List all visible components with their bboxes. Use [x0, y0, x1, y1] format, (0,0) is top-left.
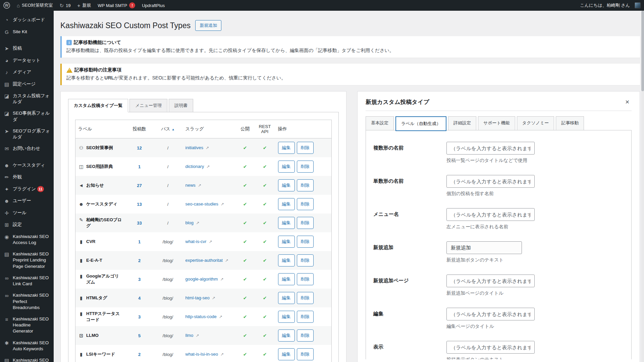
sidebar-item-kashiwazaki-seo-xml-vitalcheck[interactable]: ▤Kashiwazaki SEO XML VitalCheck — [0, 355, 54, 362]
sidebar-item-お問い合わせ[interactable]: ✉お問い合わせ — [0, 143, 54, 155]
sidebar-item-設定[interactable]: ⊞設定 — [0, 219, 54, 231]
sidebar-item-seo事例系フォルダ[interactable]: ◪SEO事例系フォルダ — [0, 108, 54, 125]
sidebar-item-固定ページ[interactable]: ▤固定ページ — [0, 78, 54, 90]
sidebar-item-メディア[interactable]: ♪メディア — [0, 66, 54, 78]
list-tab-2[interactable]: 説明書 — [169, 99, 193, 112]
edit-button[interactable]: 編集 — [278, 161, 295, 173]
post-count-link[interactable]: 27 — [137, 183, 142, 188]
wordpress-menu[interactable]: W — [0, 0, 13, 11]
sidebar-item-ツール[interactable]: ✛ツール — [0, 207, 54, 219]
col-header-public[interactable]: 公開 — [236, 120, 255, 138]
delete-button[interactable]: 削除 — [297, 292, 314, 304]
delete-button[interactable]: 削除 — [297, 161, 314, 173]
post-count-link[interactable]: 4 — [138, 296, 141, 301]
slug-link[interactable]: google-algorithm ↗ — [185, 277, 224, 282]
sidebar-item-データセット[interactable]: ◕データセット — [0, 55, 54, 67]
slug-link[interactable]: what-is-lsi-in-seo ↗ — [185, 352, 224, 357]
updates-link[interactable]: ↻19 — [56, 0, 74, 11]
slug-link[interactable]: blog ↗ — [185, 220, 200, 225]
sidebar-item-kashiwazaki-seo-access-log[interactable]: ◉Kashiwazaki SEO Access Log — [0, 231, 54, 248]
edit-button[interactable]: 編集 — [278, 179, 295, 191]
edit-button[interactable]: 編集 — [278, 142, 295, 154]
sidebar-item-kashiwazaki-seo-headline-generator[interactable]: ≡Kashiwazaki SEO Headline Generator — [0, 313, 54, 337]
delete-button[interactable]: 削除 — [297, 236, 314, 248]
label-input[interactable] — [446, 241, 522, 254]
new-content-link[interactable]: +新規 — [74, 0, 95, 11]
edit-button[interactable]: 編集 — [278, 254, 295, 266]
label-input[interactable] — [446, 175, 535, 188]
editor-tab-4[interactable]: タクソノミー — [517, 116, 554, 130]
label-input[interactable] — [446, 275, 535, 287]
site-name-link[interactable]: ⌂SEO対策研究室 — [13, 0, 56, 11]
editor-tab-1[interactable]: ラベル（自動生成） — [395, 116, 446, 131]
sidebar-item-プラグイン[interactable]: ✦プラグイン11 — [0, 183, 54, 195]
edit-button[interactable]: 編集 — [278, 329, 295, 342]
delete-button[interactable]: 削除 — [297, 142, 314, 154]
sidebar-item-kashiwazaki-seo-perfect-breadcrumbs[interactable]: ∞Kashiwazaki SEO Perfect Breadcrumbs — [0, 290, 54, 313]
edit-button[interactable]: 編集 — [278, 236, 295, 248]
list-tab-0[interactable]: カスタム投稿タイプ一覧 — [68, 99, 128, 112]
delete-button[interactable]: 削除 — [297, 311, 314, 323]
post-count-link[interactable]: 3 — [138, 314, 141, 319]
edit-button[interactable]: 編集 — [278, 217, 295, 229]
delete-button[interactable]: 削除 — [297, 217, 314, 229]
slug-link[interactable]: initiatives ↗ — [185, 145, 209, 150]
delete-button[interactable]: 削除 — [297, 273, 314, 285]
scrollbar-thumb[interactable] — [641, 11, 644, 91]
editor-tab-5[interactable]: 記事移動 — [556, 116, 584, 130]
add-new-button[interactable]: 新規追加 — [195, 20, 221, 31]
sidebar-item-kashiwazaki-seo-link-card[interactable]: ∞Kashiwazaki SEO Link Card — [0, 272, 54, 290]
sidebar-item-kashiwazaki-seo-auto-keywords[interactable]: ✱Kashiwazaki SEO Auto Keywords — [0, 337, 54, 355]
label-input[interactable] — [446, 142, 535, 155]
sidebar-item-site-kit[interactable]: GSite Kit — [0, 26, 54, 38]
post-count-link[interactable]: 13 — [137, 202, 142, 207]
slug-link[interactable]: seo-case-studies ↗ — [185, 201, 224, 206]
wp-mail-smtp-link[interactable]: WP Mail SMTP! — [94, 0, 139, 11]
edit-button[interactable]: 編集 — [278, 348, 295, 360]
edit-button[interactable]: 編集 — [278, 292, 295, 304]
close-icon[interactable]: ✕ — [623, 98, 632, 106]
sidebar-item-カスタム投稿フォルダ[interactable]: ◪カスタム投稿フォルダ — [0, 90, 54, 108]
edit-button[interactable]: 編集 — [278, 273, 295, 285]
sidebar-item-ダッシュボード[interactable]: ◔ダッシュボード — [0, 14, 54, 26]
col-header-rest-api[interactable]: REST API — [255, 120, 275, 138]
delete-button[interactable]: 削除 — [297, 254, 314, 266]
delete-button[interactable]: 削除 — [297, 329, 314, 342]
post-count-link[interactable]: 12 — [137, 145, 142, 150]
post-count-link[interactable]: 1 — [138, 164, 141, 169]
page-scrollbar[interactable] — [641, 11, 644, 362]
slug-link[interactable]: http-status-code ↗ — [185, 314, 223, 319]
col-header-slug[interactable]: スラッグ — [183, 120, 236, 138]
slug-link[interactable]: what-is-cvr ↗ — [185, 239, 212, 244]
post-count-link[interactable]: 2 — [138, 352, 141, 357]
delete-button[interactable]: 削除 — [297, 348, 314, 360]
sidebar-item-外観[interactable]: ✏外観 — [0, 171, 54, 183]
sidebar-item-投稿[interactable]: ➤投稿 — [0, 43, 54, 55]
post-count-link[interactable]: 2 — [138, 258, 141, 263]
editor-tab-0[interactable]: 基本設定 — [366, 116, 394, 130]
label-input[interactable] — [446, 208, 535, 221]
edit-button[interactable]: 編集 — [278, 198, 295, 210]
slug-link[interactable]: llmo ↗ — [185, 333, 199, 338]
sidebar-item-seoブログ系フォルダ[interactable]: ➤SEOブログ系フォルダ — [0, 125, 54, 143]
col-header-path[interactable]: パス▲ — [153, 120, 183, 138]
delete-button[interactable]: 削除 — [297, 179, 314, 191]
sidebar-item-ケーススタディ[interactable]: ☻ケーススタディ — [0, 160, 54, 172]
account-menu[interactable]: こんにちは、柏崎剛 さん — [577, 0, 644, 11]
sidebar-item-kashiwazaki-seo-preprint-landing-page-generator[interactable]: ▤Kashiwazaki SEO Preprint Landing Page G… — [0, 248, 54, 272]
col-header-count[interactable]: 投稿数 — [126, 120, 153, 138]
label-input[interactable] — [446, 341, 535, 354]
slug-link[interactable]: expertise-authoritat ↗ — [185, 258, 229, 263]
label-input[interactable] — [446, 308, 535, 320]
post-count-link[interactable]: 1 — [138, 239, 141, 244]
slug-link[interactable]: html-tag-seo ↗ — [185, 295, 216, 300]
slug-link[interactable]: dictionary ↗ — [185, 164, 210, 169]
post-count-link[interactable]: 5 — [138, 333, 141, 338]
post-count-link[interactable]: 3 — [138, 277, 141, 282]
sidebar-item-ユーザー[interactable]: ☻ユーザー — [0, 195, 54, 207]
post-count-link[interactable]: 33 — [137, 221, 142, 226]
edit-button[interactable]: 編集 — [278, 311, 295, 323]
list-tab-1[interactable]: メニュー管理 — [129, 99, 167, 112]
editor-tab-3[interactable]: サポート機能 — [478, 116, 515, 130]
slug-link[interactable]: news ↗ — [185, 183, 202, 188]
